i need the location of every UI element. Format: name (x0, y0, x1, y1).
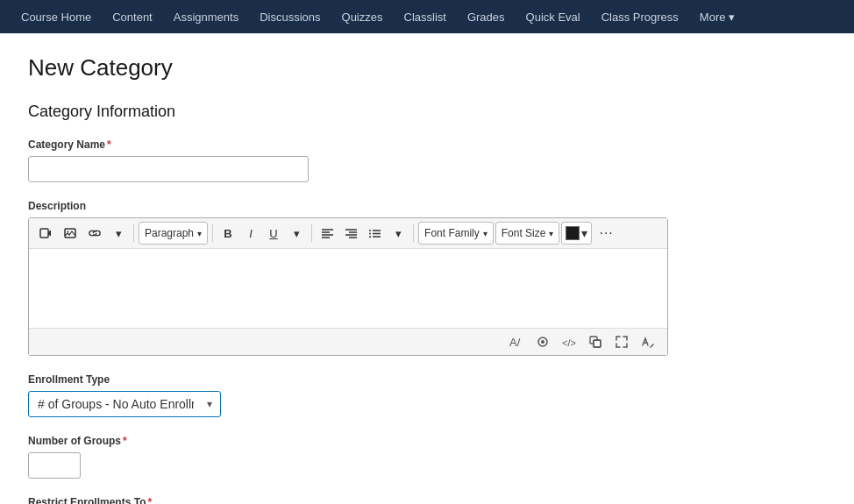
list-button[interactable] (364, 222, 386, 245)
find-replace-icon[interactable] (585, 333, 606, 351)
sep3 (311, 224, 312, 242)
editor-footer: A/ </> (29, 328, 667, 355)
editor-toolbar: ▾ Paragraph ▾ B I U ▾ (29, 218, 667, 249)
bold-button[interactable]: B (217, 222, 238, 245)
spellcheck-icon[interactable] (637, 333, 658, 351)
underline-button[interactable]: U (263, 222, 284, 245)
svg-point-15 (369, 236, 371, 238)
number-of-groups-input[interactable] (28, 452, 81, 479)
more-label: More (700, 11, 726, 24)
fullscreen-icon[interactable] (611, 333, 632, 351)
sep2 (212, 224, 213, 242)
section-title: Category Information (28, 103, 761, 121)
rich-text-editor: ▾ Paragraph ▾ B I U ▾ (28, 217, 668, 356)
sep1 (133, 224, 134, 242)
italic-button[interactable]: I (240, 222, 261, 245)
category-name-label: Category Name* (28, 138, 761, 151)
insert-link-button[interactable] (83, 222, 106, 245)
font-size-dropdown[interactable]: Font Size ▾ (495, 222, 560, 245)
main-nav: Course Home Content Assignments Discussi… (0, 0, 854, 33)
category-name-group: Category Name* (28, 138, 761, 182)
svg-point-11 (369, 230, 371, 231)
nav-item-quizzes[interactable]: Quizzes (331, 0, 394, 33)
more-options-button[interactable]: ··· (594, 222, 618, 245)
chevron-down-icon: ▾ (729, 11, 735, 24)
format-dropdown-button[interactable]: ▾ (286, 222, 307, 245)
font-family-chevron-icon: ▾ (483, 229, 487, 238)
paragraph-dropdown[interactable]: Paragraph ▾ (139, 222, 208, 245)
list-dropdown-button[interactable]: ▾ (388, 222, 409, 245)
svg-text:</>: </> (562, 337, 576, 348)
svg-rect-22 (594, 340, 601, 347)
enrollment-type-group: Enrollment Type # of Groups - No Auto En… (28, 373, 761, 417)
align-right-button[interactable] (340, 222, 362, 245)
svg-text:A/: A/ (509, 336, 521, 349)
nav-item-content[interactable]: Content (102, 0, 163, 33)
nav-item-classlist[interactable]: Classlist (394, 0, 457, 33)
description-group: Description ▾ Paragraph ▾ (28, 200, 761, 356)
sep4 (413, 224, 414, 242)
nav-item-class-progress[interactable]: Class Progress (591, 0, 689, 33)
main-content: New Category Category Information Catego… (0, 33, 789, 504)
restrict-enrollments-label: Restrict Enrollments To* (28, 496, 761, 504)
restrict-enrollments-group: Restrict Enrollments To* No restrictions… (28, 496, 761, 504)
editor-body[interactable] (29, 249, 667, 328)
color-chevron-icon: ▾ (581, 226, 587, 240)
align-left-button[interactable] (317, 222, 338, 245)
enrollment-type-label: Enrollment Type (28, 373, 761, 386)
number-of-groups-group: Number of Groups* (28, 435, 761, 479)
nav-item-course-home[interactable]: Course Home (11, 0, 102, 33)
text-color-swatch[interactable]: ▾ (561, 222, 592, 245)
nav-item-more[interactable]: More ▾ (689, 0, 746, 33)
nav-item-quick-eval[interactable]: Quick Eval (516, 0, 591, 33)
svg-point-19 (541, 340, 544, 344)
category-name-input[interactable] (28, 156, 309, 182)
html-source-icon[interactable]: </> (559, 333, 580, 351)
nav-item-assignments[interactable]: Assignments (163, 0, 249, 33)
svg-rect-0 (40, 229, 48, 238)
svg-point-13 (369, 232, 371, 234)
enrollment-type-select[interactable]: # of Groups - No Auto Enrollments# of Gr… (28, 391, 221, 417)
color-box (566, 226, 580, 240)
number-of-groups-label: Number of Groups* (28, 435, 761, 447)
insert-video-button[interactable] (34, 222, 57, 245)
nav-item-discussions[interactable]: Discussions (249, 0, 331, 33)
font-size-chevron-icon: ▾ (549, 229, 553, 238)
insert-image-button[interactable] (59, 222, 82, 245)
insert-dropdown-button[interactable]: ▾ (108, 222, 129, 245)
svg-point-2 (68, 231, 69, 233)
description-label: Description (28, 200, 761, 212)
enrollment-type-select-wrapper: # of Groups - No Auto Enrollments# of Gr… (28, 391, 221, 417)
preview-icon[interactable] (532, 333, 553, 351)
font-family-dropdown[interactable]: Font Family ▾ (418, 222, 494, 245)
accessibility-icon[interactable]: A/ (506, 333, 527, 351)
page-title: New Category (28, 54, 761, 82)
nav-item-grades[interactable]: Grades (457, 0, 516, 33)
paragraph-chevron-icon: ▾ (197, 229, 202, 238)
